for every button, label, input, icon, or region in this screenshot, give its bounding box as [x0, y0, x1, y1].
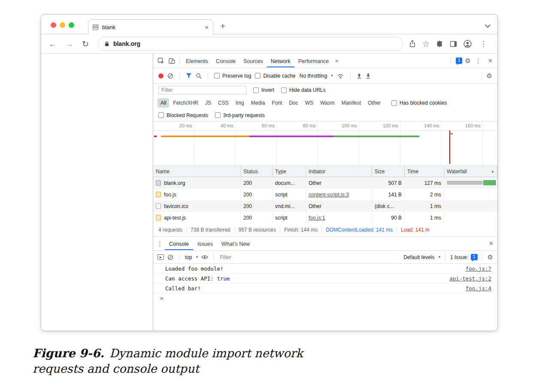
- checkbox-box[interactable]: [253, 87, 259, 93]
- devtools-tab-network[interactable]: Network: [267, 54, 294, 67]
- drawer-menu-icon[interactable]: ⋮: [155, 241, 165, 247]
- filter-chip-manifest[interactable]: Manifest: [339, 98, 364, 108]
- address-bar[interactable]: blank.org: [98, 37, 403, 51]
- checkbox-box[interactable]: [215, 112, 221, 118]
- column-header-time[interactable]: Time: [405, 166, 444, 177]
- blocked-requests-checkbox[interactable]: Blocked Requests: [158, 112, 208, 118]
- column-header-status[interactable]: Status: [241, 166, 273, 177]
- browser-menu-icon[interactable]: ⋮: [478, 40, 489, 48]
- checkbox-box[interactable]: [255, 73, 260, 78]
- network-settings-gear-icon[interactable]: ⚙: [487, 72, 492, 79]
- clear-network-log-icon[interactable]: [167, 73, 173, 79]
- drawer-tab-console[interactable]: Console: [165, 237, 193, 250]
- checkbox-box[interactable]: [214, 73, 220, 78]
- disable-cache-checkbox[interactable]: Disable cache: [255, 73, 295, 79]
- search-icon[interactable]: [196, 73, 202, 79]
- minimize-window-button[interactable]: [60, 22, 65, 28]
- console-toolbar: ▶ top ▾ Default levels: [153, 251, 497, 264]
- throttling-select[interactable]: No throttling ▾: [300, 73, 333, 79]
- devtools-close-icon[interactable]: ×: [486, 57, 495, 65]
- extensions-puzzle-icon[interactable]: [436, 40, 443, 48]
- filter-chip-ws[interactable]: WS: [302, 98, 316, 108]
- invert-checkbox[interactable]: Invert: [253, 87, 274, 93]
- source-link[interactable]: foo.js:7: [466, 265, 491, 272]
- devtools-tab-elements[interactable]: Elements: [182, 54, 212, 67]
- filter-chip-font[interactable]: Font: [269, 98, 285, 108]
- filter-chip-doc[interactable]: Doc: [286, 98, 301, 108]
- live-expression-eye-icon[interactable]: [201, 255, 208, 259]
- bookmark-star-icon[interactable]: ☆: [422, 40, 430, 48]
- devtools-tab-performance[interactable]: Performance: [294, 54, 333, 67]
- preserve-log-checkbox[interactable]: Preserve log: [214, 73, 251, 79]
- devtools-settings-gear-icon[interactable]: ⚙: [465, 57, 470, 64]
- filter-chip-css[interactable]: CSS: [215, 98, 232, 108]
- reload-button[interactable]: ↻: [79, 40, 92, 48]
- table-row[interactable]: foo.js 200 script content-script.js:3 14…: [153, 189, 497, 200]
- timeline-label: 140 ms: [424, 123, 439, 128]
- execution-context-select[interactable]: top ▾: [185, 254, 198, 260]
- more-tabs-icon[interactable]: »: [333, 57, 341, 64]
- console-prompt[interactable]: >: [153, 293, 497, 303]
- table-row[interactable]: blank.org 200 docum... Other 507 B 127 m…: [153, 177, 497, 189]
- console-sidebar-toggle-icon[interactable]: ▶: [157, 254, 164, 260]
- console-settings-gear-icon[interactable]: ⚙: [488, 254, 493, 260]
- column-header-type[interactable]: Type: [273, 166, 306, 177]
- source-link[interactable]: foo.js:4: [466, 285, 491, 292]
- console-filter-input[interactable]: [220, 254, 331, 260]
- devtools-menu-icon[interactable]: ⋮: [473, 57, 483, 64]
- filter-chip-wasm[interactable]: Wasm: [317, 98, 338, 108]
- filter-funnel-icon[interactable]: [186, 73, 192, 78]
- network-conditions-icon[interactable]: [337, 73, 344, 79]
- filter-chip-fetchxhr[interactable]: Fetch/XHR: [170, 98, 201, 108]
- tab-search-chevron-icon[interactable]: [485, 22, 491, 28]
- filter-chip-media[interactable]: Media: [248, 98, 268, 108]
- initiator-link[interactable]: content-script.js:3: [309, 192, 349, 198]
- source-link[interactable]: api-test.js:2: [449, 275, 491, 282]
- close-window-button[interactable]: [51, 22, 56, 28]
- column-header-initiator[interactable]: Initiator: [306, 166, 372, 177]
- devtools-tab-console[interactable]: Console: [212, 54, 239, 67]
- device-toolbar-icon[interactable]: [168, 57, 176, 64]
- column-header-size[interactable]: Size: [372, 166, 405, 177]
- network-overview-timeline[interactable]: 20 ms 40 ms 60 ms 80 ms 100 ms 120 ms 14…: [153, 121, 497, 166]
- filter-chip-other[interactable]: Other: [365, 98, 384, 108]
- record-network-log-icon[interactable]: [158, 73, 164, 78]
- clear-console-icon[interactable]: [167, 254, 173, 260]
- table-row[interactable]: favicon.ico 200 vnd.mi... Other (disk c.…: [153, 200, 497, 212]
- tab-close-icon[interactable]: ×: [205, 24, 209, 31]
- issues-badge[interactable]: 1: [456, 57, 463, 64]
- checkbox-box[interactable]: [281, 87, 287, 93]
- initiator-link[interactable]: foo.js:1: [309, 215, 325, 221]
- checkbox-box[interactable]: [391, 100, 397, 106]
- browser-tab[interactable]: blank ×: [88, 19, 213, 34]
- forward-button[interactable]: →: [62, 40, 76, 48]
- table-row[interactable]: api-test.js 200 script foo.js:1 90 B 1 m…: [153, 212, 497, 223]
- checkbox-box[interactable]: [158, 112, 164, 118]
- export-har-icon[interactable]: [366, 73, 371, 79]
- drawer-tab-whats-new[interactable]: What's New: [217, 237, 254, 250]
- filter-chip-img[interactable]: Img: [233, 98, 247, 108]
- new-tab-button[interactable]: +: [220, 21, 225, 30]
- drawer-close-icon[interactable]: ×: [487, 240, 496, 247]
- hide-data-urls-checkbox[interactable]: Hide data URLs: [281, 87, 326, 93]
- filter-chip-all[interactable]: All: [157, 98, 169, 108]
- console-issues-badge[interactable]: 1: [471, 254, 478, 260]
- network-filter-input[interactable]: [158, 86, 246, 94]
- log-levels-select[interactable]: Default levels ▾: [403, 254, 440, 260]
- import-har-icon[interactable]: [357, 73, 362, 79]
- filter-chip-js[interactable]: JS: [202, 98, 214, 108]
- has-blocked-cookies-checkbox[interactable]: Has blocked cookies: [391, 100, 447, 106]
- column-header-waterfall[interactable]: Waterfall ▲: [444, 166, 497, 177]
- column-header-name[interactable]: Name: [153, 166, 241, 177]
- devtools-tab-sources[interactable]: Sources: [239, 54, 267, 67]
- profile-avatar-icon[interactable]: [463, 40, 472, 48]
- third-party-requests-checkbox[interactable]: 3rd-party requests: [215, 112, 265, 118]
- share-icon[interactable]: [409, 40, 416, 48]
- drawer-tab-issues[interactable]: Issues: [193, 237, 217, 250]
- inspect-element-icon[interactable]: [157, 57, 165, 64]
- issue-count-label[interactable]: 1 Issue:: [450, 254, 468, 260]
- side-panel-icon[interactable]: [450, 41, 457, 47]
- console-message: Can access API: true api-test.js:2: [153, 274, 497, 283]
- back-button[interactable]: ←: [45, 40, 60, 48]
- maximize-window-button[interactable]: [69, 22, 74, 28]
